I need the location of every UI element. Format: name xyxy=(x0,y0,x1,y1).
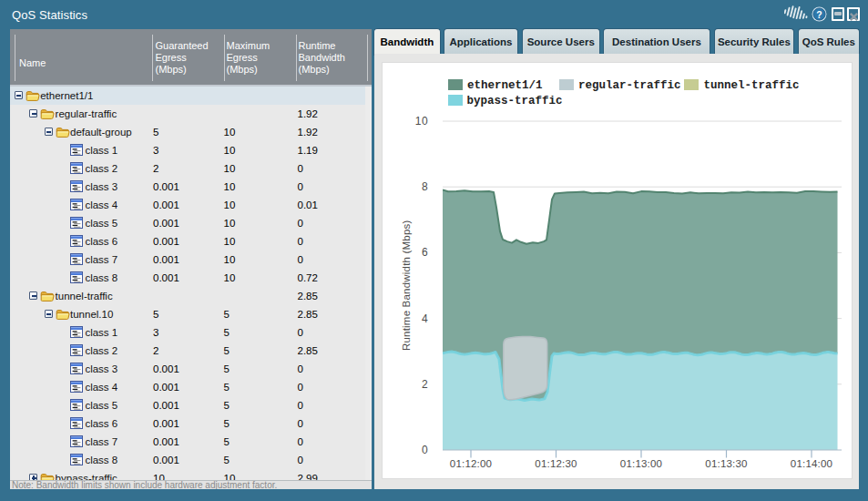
svg-text:?: ? xyxy=(816,9,822,20)
